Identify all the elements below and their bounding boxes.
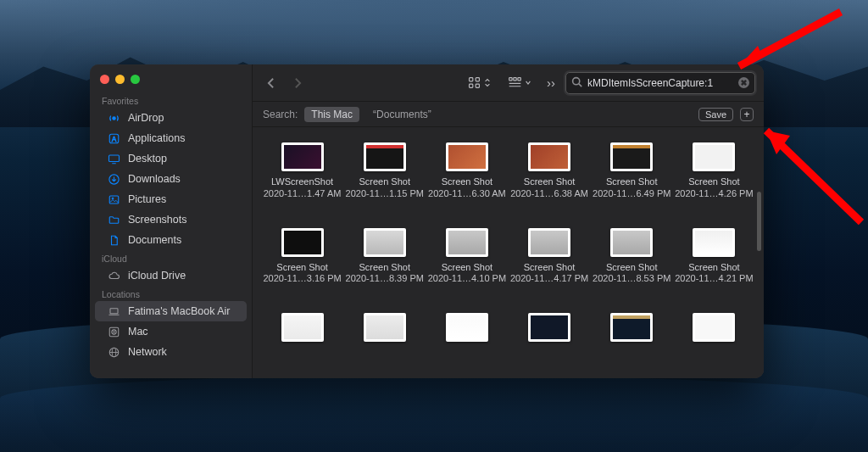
- file-label: Screen Shot2020-11…8.39 PM: [346, 262, 424, 286]
- sidebar-item-mac[interactable]: Mac: [95, 321, 247, 342]
- file-label: Screen Shot2020-11…4.10 PM: [428, 262, 506, 286]
- maximize-button[interactable]: [131, 75, 140, 84]
- airdrop-icon: [107, 111, 120, 125]
- file-label: Screen Shot2020-11…3.16 PM: [263, 262, 341, 286]
- sidebar-section-header: Favorites: [90, 92, 252, 108]
- sidebar-item-pictures[interactable]: Pictures: [95, 189, 247, 209]
- file-item[interactable]: Screen Shot2020-11…1.15 PM: [345, 142, 424, 223]
- save-search-button[interactable]: Save: [698, 108, 733, 121]
- sidebar: FavoritesAirDropAApplicationsDesktopDown…: [90, 64, 253, 378]
- file-item[interactable]: Screen Shot2020-11…3.16 PM: [263, 228, 342, 309]
- file-thumbnail: [693, 313, 735, 342]
- forward-button[interactable]: [290, 75, 305, 91]
- file-label: Screen Shot2020-11…6.38 AM: [510, 176, 588, 200]
- file-item[interactable]: [509, 313, 588, 370]
- sidebar-item-icloud-drive[interactable]: iCloud Drive: [95, 265, 247, 286]
- file-thumbnail: [610, 313, 653, 342]
- file-item[interactable]: [263, 313, 342, 370]
- file-thumbnail: [281, 142, 324, 171]
- svg-rect-16: [470, 78, 473, 81]
- sidebar-item-label: iCloud Drive: [128, 270, 186, 282]
- file-label: Screen Shot2020-11…4.26 PM: [675, 176, 753, 200]
- finder-window: FavoritesAirDropAApplicationsDesktopDown…: [90, 64, 764, 378]
- sidebar-section-header: iCloud: [90, 250, 252, 265]
- svg-rect-19: [476, 84, 479, 87]
- svg-rect-22: [518, 78, 520, 81]
- search-label: Search:: [263, 109, 298, 120]
- file-item[interactable]: Screen Shot2020-11…8.53 PM: [593, 228, 671, 309]
- file-item[interactable]: [427, 313, 506, 370]
- download-icon: [107, 172, 120, 186]
- globe-icon: [107, 345, 120, 359]
- svg-line-26: [579, 83, 581, 86]
- laptop-icon: [107, 304, 120, 318]
- file-item[interactable]: Screen Shot2020-11…6.38 AM: [509, 142, 588, 223]
- window-controls: [90, 73, 252, 92]
- sidebar-item-fatima-s-macbook-air[interactable]: Fatima's MacBook Air: [95, 301, 247, 321]
- sidebar-item-downloads[interactable]: Downloads: [95, 169, 247, 189]
- file-label: Screen Shot2020-11…6.49 PM: [593, 176, 670, 200]
- file-item[interactable]: Screen Shot2020-11…6.49 PM: [593, 142, 671, 223]
- svg-rect-3: [108, 155, 119, 162]
- sidebar-item-label: Pictures: [128, 193, 166, 205]
- scrollbar[interactable]: [757, 192, 761, 251]
- file-item[interactable]: Screen Shot2020-11…4.10 PM: [427, 228, 506, 309]
- sidebar-section-header: Locations: [90, 286, 252, 301]
- search-field[interactable]: [565, 72, 755, 94]
- file-item[interactable]: [675, 313, 754, 370]
- toolbar-overflow-button[interactable]: ››: [543, 75, 559, 90]
- sidebar-item-label: Network: [128, 346, 167, 358]
- app-icon: A: [107, 131, 120, 145]
- back-button[interactable]: [263, 75, 278, 91]
- svg-point-0: [112, 116, 116, 120]
- sidebar-item-screenshots[interactable]: Screenshots: [95, 209, 247, 230]
- minimize-button[interactable]: [115, 75, 125, 84]
- icon-view-button[interactable]: [462, 73, 496, 92]
- add-search-criteria-button[interactable]: +: [740, 108, 754, 121]
- file-item[interactable]: Screen Shot2020-11…4.17 PM: [509, 228, 588, 309]
- file-item[interactable]: LWScreenShot2020-11…1.47 AM: [263, 142, 342, 223]
- sidebar-item-label: Desktop: [128, 153, 167, 165]
- file-thumbnail: [364, 228, 406, 257]
- file-item[interactable]: [345, 313, 424, 370]
- file-label: Screen Shot2020-11…4.21 PM: [675, 262, 753, 286]
- svg-rect-18: [470, 84, 473, 87]
- scope-this-mac[interactable]: This Mac: [304, 107, 359, 122]
- sidebar-item-label: Fatima's MacBook Air: [128, 305, 230, 317]
- group-button[interactable]: [503, 73, 537, 92]
- file-thumbnail: [364, 313, 406, 342]
- scope-documents[interactable]: “Documents”: [366, 107, 438, 122]
- file-thumbnail: [446, 313, 488, 342]
- file-thumbnail: [446, 142, 488, 171]
- file-thumbnail: [693, 228, 735, 257]
- sidebar-item-label: Mac: [128, 326, 148, 338]
- svg-rect-21: [514, 78, 516, 81]
- search-input[interactable]: [587, 77, 733, 89]
- close-button[interactable]: [100, 75, 109, 84]
- pictures-icon: [107, 193, 120, 206]
- cloud-icon: [107, 269, 120, 282]
- sidebar-item-desktop[interactable]: Desktop: [95, 148, 247, 169]
- folder-icon: [107, 213, 120, 226]
- file-thumbnail: [364, 142, 406, 171]
- svg-point-7: [112, 198, 114, 199]
- clear-search-button[interactable]: [738, 77, 749, 88]
- sidebar-item-documents[interactable]: Documents: [95, 230, 247, 250]
- file-item[interactable]: Screen Shot2020-11…4.21 PM: [675, 228, 754, 309]
- search-icon: [571, 75, 582, 91]
- file-thumbnail: [281, 313, 324, 342]
- sidebar-item-label: AirDrop: [128, 112, 164, 124]
- file-item[interactable]: [593, 313, 671, 370]
- file-item[interactable]: Screen Shot2020-11…6.30 AM: [427, 142, 506, 223]
- svg-point-12: [113, 331, 114, 332]
- file-thumbnail: [610, 142, 653, 171]
- svg-point-25: [573, 77, 580, 84]
- sidebar-item-applications[interactable]: AApplications: [95, 128, 247, 148]
- file-thumbnail: [446, 228, 488, 257]
- svg-rect-17: [476, 78, 479, 81]
- doc-icon: [107, 233, 120, 247]
- file-item[interactable]: Screen Shot2020-11…4.26 PM: [675, 142, 754, 223]
- sidebar-item-network[interactable]: Network: [95, 342, 247, 362]
- sidebar-item-airdrop[interactable]: AirDrop: [95, 108, 247, 128]
- file-item[interactable]: Screen Shot2020-11…8.39 PM: [345, 228, 424, 309]
